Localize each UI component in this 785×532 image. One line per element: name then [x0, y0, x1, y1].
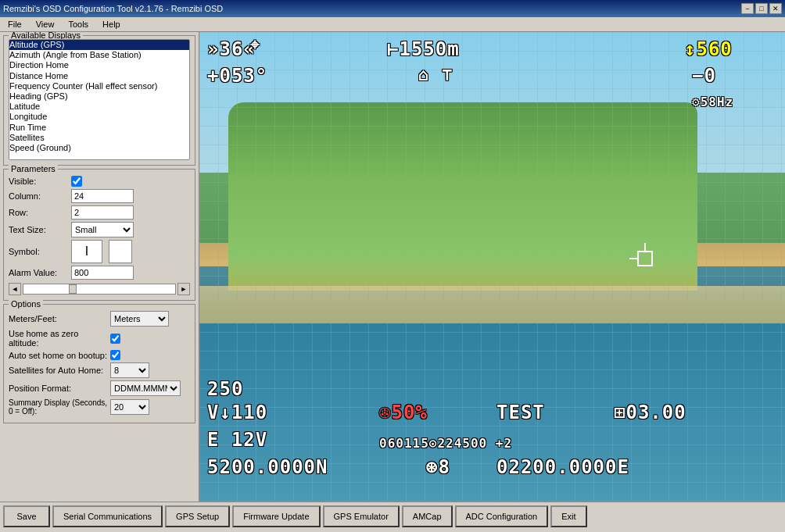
- adc-configuration-button[interactable]: ADC Configuration: [455, 505, 549, 527]
- slider-thumb[interactable]: [69, 284, 77, 294]
- zero-altitude-row: Use home as zero altitude:: [9, 329, 190, 348]
- meters-feet-select[interactable]: Meters Feet: [110, 311, 169, 327]
- column-row: Column:: [9, 189, 190, 203]
- menu-file[interactable]: File: [2, 18, 28, 30]
- zero-altitude-label: Use home as zero altitude:: [9, 329, 110, 348]
- amcap-button[interactable]: AMCap: [402, 505, 453, 527]
- slider-left-arrow[interactable]: ◄: [9, 283, 21, 295]
- osd-lon: 02200.0000E: [496, 456, 629, 478]
- titlebar-controls: − □ ✕: [741, 3, 782, 14]
- row-label: Row:: [9, 208, 71, 217]
- satellites-select[interactable]: 678910: [110, 362, 149, 378]
- osd-compass: +053°: [207, 65, 267, 87]
- text-size-row: Text Size: Small Medium Large: [9, 222, 190, 237]
- osd-home-icon: ⌂: [418, 65, 429, 84]
- titlebar: Remzibi's OSD Configuration Tool v2.1.76…: [0, 0, 785, 17]
- zero-altitude-checkbox[interactable]: [110, 334, 120, 344]
- osd-battery-pct: ✇50%: [379, 402, 428, 423]
- osd-lat: 5200.0000N: [207, 456, 328, 478]
- maximize-button[interactable]: □: [755, 3, 768, 14]
- options-group: Options Meters/Feet: Meters Feet Use hom…: [3, 304, 195, 423]
- position-format-label: Position Format:: [9, 384, 110, 393]
- slider-track[interactable]: [23, 284, 176, 295]
- slider-right-arrow[interactable]: ►: [177, 283, 190, 295]
- osd-altitude: ↕560: [684, 38, 733, 60]
- satellites-label: Satellites for Auto Home:: [9, 366, 110, 375]
- osd-top-left: »36«: [207, 38, 256, 60]
- symbol-selector[interactable]: I: [71, 240, 102, 263]
- column-label: Column:: [9, 191, 71, 201]
- satellites-row: Satellites for Auto Home: 678910: [9, 362, 190, 378]
- osd-freq: ⚙58Hz: [692, 95, 733, 109]
- visible-label: Visible:: [9, 177, 71, 186]
- options-title: Options: [9, 299, 43, 309]
- symbol-row: Symbol: I: [9, 240, 190, 263]
- auto-home-row: Auto set home on bootup:: [9, 350, 190, 360]
- osd-gps-coords: 060115⊙224500 +2: [379, 436, 512, 451]
- symbol-label: Symbol:: [9, 247, 71, 256]
- close-button[interactable]: ✕: [769, 3, 782, 14]
- displays-list[interactable]: Altitude (GPS) Azimuth (Angle from Base …: [9, 39, 190, 160]
- bottom-bar: Save Serial Communications GPS Setup Fir…: [0, 502, 785, 530]
- osd-voltage1: V↓110: [207, 402, 267, 423]
- menubar: File View Tools Help: [0, 17, 785, 32]
- left-panel: Available Displays Altitude (GPS) Azimut…: [0, 32, 199, 502]
- available-displays-group: Available Displays Altitude (GPS) Azimut…: [3, 35, 195, 166]
- visible-row: Visible:: [9, 176, 190, 187]
- main-content: Available Displays Altitude (GPS) Azimut…: [0, 32, 785, 502]
- gps-emulator-button[interactable]: GPS Emulator: [323, 505, 400, 527]
- symbol-preview: [109, 240, 132, 263]
- firmware-update-button[interactable]: Firmware Update: [232, 505, 320, 527]
- text-size-label: Text Size:: [9, 225, 71, 234]
- osd-sat: ⊛8: [426, 456, 450, 478]
- osd-minus-zero: −0: [692, 65, 716, 87]
- crosshair: [637, 251, 653, 266]
- auto-home-label: Auto set home on bootup:: [9, 351, 110, 360]
- osd-distance: ⊢1550m: [387, 38, 460, 60]
- parameters-group: Parameters Visible: Column: Row: Text Si…: [3, 169, 195, 301]
- menu-view[interactable]: View: [30, 18, 61, 30]
- minimize-button[interactable]: −: [741, 3, 754, 14]
- osd-preview-area[interactable]: »36« ⌖ ⊢1550m ↕560 +053° ⌂ ⊤ −0 ⚙58Hz 25…: [199, 32, 785, 502]
- serial-communications-button[interactable]: Serial Communications: [52, 505, 163, 527]
- osd-shirt-icon: ⊤: [442, 65, 453, 84]
- titlebar-title: Remzibi's OSD Configuration Tool v2.1.76…: [3, 4, 223, 13]
- osd-speed-icon: ⌖: [250, 35, 260, 54]
- alarm-input[interactable]: [71, 266, 134, 280]
- column-input[interactable]: [71, 189, 134, 203]
- meters-feet-row: Meters/Feet: Meters Feet: [9, 311, 190, 327]
- summary-display-select[interactable]: 0510152030: [110, 399, 149, 415]
- osd-bottom-num: 250: [207, 378, 243, 400]
- osd-voltage2: E 12V: [207, 429, 267, 451]
- auto-home-checkbox[interactable]: [110, 350, 120, 360]
- meters-feet-label: Meters/Feet:: [9, 314, 110, 323]
- gps-setup-button[interactable]: GPS Setup: [165, 505, 230, 527]
- osd-test-label: TEST: [496, 402, 545, 423]
- menu-help[interactable]: Help: [96, 18, 127, 30]
- alarm-row: Alarm Value:: [9, 266, 190, 280]
- alarm-label: Alarm Value:: [9, 268, 71, 277]
- visible-checkbox[interactable]: [71, 176, 82, 187]
- menu-tools[interactable]: Tools: [62, 18, 95, 30]
- row-input[interactable]: [71, 205, 134, 220]
- position-format-select[interactable]: DDMM.MMMM DD.DDDDDD: [110, 380, 181, 396]
- osd-time: ⊞03.00: [614, 402, 686, 423]
- text-size-select[interactable]: Small Medium Large: [71, 222, 134, 237]
- alarm-slider-row: ◄ ►: [9, 283, 190, 295]
- exit-button[interactable]: Exit: [550, 505, 586, 527]
- parameters-title: Parameters: [9, 164, 58, 173]
- position-format-row: Position Format: DDMM.MMMM DD.DDDDDD: [9, 380, 190, 396]
- summary-display-row: Summary Display (Seconds, 0 = Off): 0510…: [9, 398, 190, 416]
- save-button[interactable]: Save: [3, 505, 50, 527]
- row-row: Row:: [9, 205, 190, 220]
- summary-display-label: Summary Display (Seconds, 0 = Off):: [9, 398, 110, 416]
